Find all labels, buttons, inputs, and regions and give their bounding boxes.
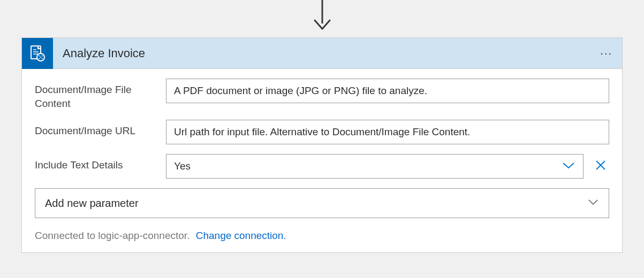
add-param-row: Add new parameter bbox=[35, 188, 609, 218]
change-connection-link[interactable]: Change connection. bbox=[196, 230, 286, 241]
param-row-include-text-details: Include Text Details Yes bbox=[35, 154, 609, 179]
file-content-input[interactable] bbox=[166, 79, 609, 103]
card-body: Document/Image File Content Document/Ima… bbox=[22, 69, 622, 252]
svg-point-6 bbox=[39, 55, 40, 56]
action-card: Analyze Invoice ··· Document/Image File … bbox=[21, 37, 623, 253]
more-menu-icon[interactable]: ··· bbox=[600, 47, 622, 59]
include-text-details-value: Yes bbox=[174, 160, 191, 172]
param-row-file-content: Document/Image File Content bbox=[35, 79, 609, 110]
svg-point-8 bbox=[39, 58, 40, 59]
include-text-details-select[interactable]: Yes bbox=[166, 154, 584, 179]
card-title: Analyze Invoice bbox=[53, 47, 600, 60]
svg-point-10 bbox=[40, 57, 41, 58]
flow-arrow bbox=[309, 0, 336, 37]
card-header[interactable]: Analyze Invoice ··· bbox=[22, 38, 622, 69]
url-input[interactable] bbox=[166, 120, 609, 144]
add-new-parameter-label: Add new parameter bbox=[45, 197, 139, 210]
param-row-url: Document/Image URL bbox=[35, 120, 609, 144]
connection-status-text: Connected to logic-app-connector. bbox=[35, 230, 190, 241]
chevron-down-icon bbox=[562, 160, 575, 172]
add-new-parameter-select[interactable]: Add new parameter bbox=[35, 188, 609, 218]
svg-point-7 bbox=[42, 55, 43, 56]
analyze-invoice-icon bbox=[22, 38, 53, 69]
svg-point-9 bbox=[42, 58, 43, 59]
chevron-down-icon bbox=[587, 198, 599, 208]
param-label-include-text: Include Text Details bbox=[35, 154, 166, 172]
param-label-file-content: Document/Image File Content bbox=[35, 79, 166, 110]
connection-status-row: Connected to logic-app-connector. Change… bbox=[35, 230, 609, 242]
remove-param-icon[interactable] bbox=[592, 157, 609, 176]
param-label-url: Document/Image URL bbox=[35, 120, 166, 138]
